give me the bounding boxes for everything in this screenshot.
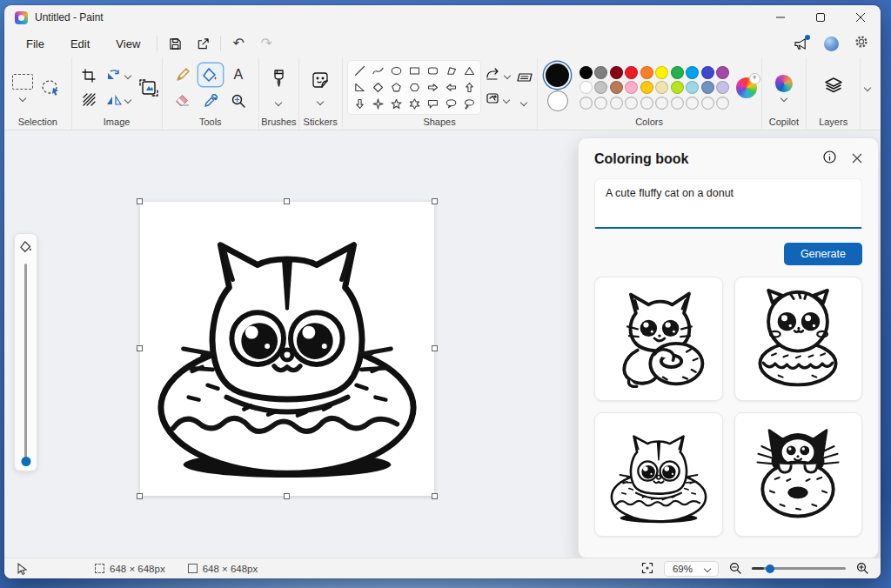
fit-to-screen-icon[interactable] (641, 562, 653, 576)
palette-color-swatch[interactable] (625, 66, 638, 79)
shape-oval-callout-icon[interactable] (442, 96, 460, 112)
save-icon[interactable] (161, 32, 189, 55)
palette-color-swatch[interactable] (655, 66, 668, 79)
maximize-button[interactable] (801, 5, 841, 30)
rotate-right-icon[interactable] (106, 64, 131, 87)
shape-pentagon-icon[interactable] (387, 79, 405, 96)
palette-color-swatch[interactable] (640, 81, 653, 94)
info-icon[interactable] (823, 150, 836, 167)
palette-empty-slot[interactable] (610, 97, 623, 110)
generate-button[interactable]: Generate (784, 243, 862, 265)
palette-empty-slot[interactable] (579, 97, 593, 110)
palette-empty-slot[interactable] (655, 97, 668, 110)
canvas[interactable] (140, 202, 434, 496)
thumbnail-fluffy-cat-on-donut[interactable] (734, 277, 863, 401)
settings-gear-icon[interactable] (854, 35, 868, 52)
shape-up-arrow-icon[interactable] (460, 79, 479, 96)
palette-color-swatch[interactable] (671, 81, 684, 94)
palette-color-swatch[interactable] (640, 66, 653, 79)
shape-outline-icon[interactable] (486, 68, 501, 84)
resize-handle-ne[interactable] (432, 198, 438, 204)
palette-color-swatch[interactable] (610, 81, 623, 94)
freeform-select-icon[interactable] (38, 77, 63, 99)
resize-handle-s[interactable] (284, 493, 290, 499)
palette-color-swatch[interactable] (579, 81, 593, 94)
zoom-slider[interactable] (752, 564, 846, 574)
palette-color-swatch[interactable] (686, 81, 699, 94)
shape-right-arrow-icon[interactable] (424, 79, 442, 96)
resize-handle-nw[interactable] (137, 198, 143, 204)
feedback-icon[interactable] (794, 37, 808, 50)
shape-five-point-star-icon[interactable] (387, 96, 405, 112)
share-icon[interactable] (189, 32, 217, 55)
flip-dropdown-chevron-icon[interactable] (124, 96, 131, 103)
magnifier-tool-icon[interactable] (226, 90, 251, 112)
shape-cloud-callout-icon[interactable] (460, 96, 479, 112)
slider-track[interactable] (24, 264, 27, 464)
palette-empty-slot[interactable] (671, 97, 684, 110)
copilot-dropdown-chevron-icon[interactable] (780, 94, 787, 101)
selection-dropdown-chevron-icon[interactable] (19, 95, 26, 102)
panel-close-icon[interactable] (852, 151, 862, 167)
palette-empty-slot[interactable] (625, 97, 638, 110)
flip-horizontal-icon[interactable] (106, 89, 131, 111)
zoom-in-icon[interactable] (856, 562, 868, 576)
undo-icon[interactable]: ↶ (224, 32, 252, 55)
shape-line-icon[interactable] (351, 63, 369, 79)
brush-icon[interactable] (272, 70, 285, 94)
menu-file[interactable]: File (13, 34, 57, 54)
secondary-color-swatch[interactable] (547, 90, 568, 111)
resize-image-icon[interactable] (138, 77, 159, 99)
zoom-slider-thumb[interactable] (766, 565, 774, 573)
fill-tool-icon[interactable] (198, 63, 223, 86)
shape-heart-icon[interactable] (351, 112, 369, 115)
text-tool-icon[interactable]: A (226, 63, 251, 86)
palette-color-swatch[interactable] (716, 66, 729, 79)
resize-handle-e[interactable] (432, 345, 438, 351)
more-shapes-chevron-icon[interactable] (519, 98, 526, 105)
fill-dropdown-chevron-icon[interactable] (502, 96, 509, 103)
palette-color-swatch[interactable] (716, 81, 729, 94)
more-shapes-icon[interactable] (515, 70, 533, 88)
shape-diamond-icon[interactable] (369, 79, 387, 96)
slider-thumb[interactable] (21, 457, 30, 466)
prompt-input[interactable]: A cute fluffy cat on a donut (594, 178, 862, 229)
sticker-icon[interactable] (311, 70, 330, 93)
shape-triangle-icon[interactable] (460, 63, 479, 79)
zoom-out-icon[interactable] (729, 562, 741, 576)
menu-view[interactable]: View (103, 34, 153, 54)
resize-handle-w[interactable] (137, 345, 143, 351)
palette-color-swatch[interactable] (701, 81, 714, 94)
layers-icon[interactable] (823, 77, 844, 99)
palette-empty-slot[interactable] (701, 97, 714, 110)
shape-four-point-star-icon[interactable] (369, 96, 387, 112)
shape-six-point-star-icon[interactable] (405, 96, 424, 112)
zoom-level-dropdown[interactable]: 69% (664, 561, 719, 577)
rotate-dropdown-chevron-icon[interactable] (124, 71, 131, 78)
primary-color-swatch[interactable] (546, 63, 569, 87)
resize-handle-sw[interactable] (137, 493, 143, 499)
palette-empty-slot[interactable] (686, 97, 699, 110)
palette-empty-slot[interactable] (640, 97, 653, 110)
shape-fill-icon[interactable] (486, 92, 500, 108)
eraser-tool-icon[interactable] (171, 90, 195, 112)
shape-lightning-icon[interactable] (369, 112, 387, 115)
thumbnail-cat-head-in-donut[interactable] (594, 412, 723, 537)
minimize-button[interactable] (760, 5, 801, 30)
palette-empty-slot[interactable] (716, 97, 729, 110)
palette-color-swatch[interactable] (671, 66, 684, 79)
resize-handle-se[interactable] (432, 493, 438, 499)
outline-dropdown-chevron-icon[interactable] (503, 71, 510, 78)
thumbnail-black-cat-behind-donut[interactable] (734, 412, 863, 537)
rectangle-select-icon[interactable] (12, 74, 33, 90)
color-picker-tool-icon[interactable] (198, 90, 223, 112)
shape-right-triangle-icon[interactable] (351, 79, 369, 96)
palette-color-swatch[interactable] (625, 81, 638, 94)
palette-color-swatch[interactable] (655, 81, 668, 94)
diagonal-hatch-icon[interactable] (77, 89, 101, 111)
shape-rounded-callout-icon[interactable] (424, 96, 442, 112)
shape-rounded-rectangle-icon[interactable] (424, 63, 442, 79)
ribbon-collapse-chevron-icon[interactable] (864, 84, 871, 90)
account-avatar[interactable] (824, 37, 839, 51)
palette-color-swatch[interactable] (579, 66, 593, 79)
